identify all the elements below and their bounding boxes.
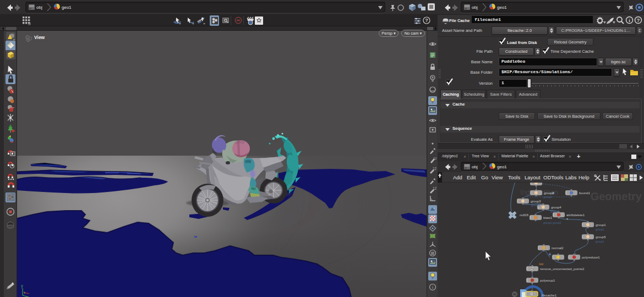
svg-text:?: ? xyxy=(425,18,428,23)
svg-text:?: ? xyxy=(637,18,640,23)
svg-text:k: k xyxy=(24,292,25,295)
svg-text:i: i xyxy=(629,18,630,23)
svg-text:group1 group2: group1 group2 xyxy=(543,221,561,224)
svg-text:i: i xyxy=(432,285,434,290)
svg-text:group4: group4 xyxy=(550,210,559,213)
svg-text:group1: group1 xyxy=(596,228,604,231)
svg-text:blast1: blast1 xyxy=(543,216,553,219)
svg-text:group3: group3 xyxy=(531,204,540,207)
svg-text:null26: null26 xyxy=(520,213,529,217)
svg-text:group1: group1 xyxy=(596,223,606,227)
svg-text:filecache1: filecache1 xyxy=(542,294,557,297)
svg-text:group3: group3 xyxy=(531,200,541,203)
svg-text:12: 12 xyxy=(433,167,436,170)
svg-text:group1: group1 xyxy=(596,240,604,243)
svg-text:12: 12 xyxy=(433,157,436,160)
svg-text:group2: group2 xyxy=(543,195,552,199)
svg-text:attribdelete1: attribdelete1 xyxy=(566,213,585,217)
svg-text:polyreduce1: polyreduce1 xyxy=(582,256,600,259)
svg-text:remove_unconnected_points2: remove_unconnected_points2 xyxy=(540,267,585,271)
svg-text:12: 12 xyxy=(433,186,436,190)
svg-text:group4: group4 xyxy=(551,206,561,209)
svg-text:Add: Add xyxy=(539,263,544,266)
svg-text:normal2: normal2 xyxy=(552,246,564,250)
svg-text:Geometry: Geometry xyxy=(591,190,642,202)
svg-text:polysoup1: polysoup1 xyxy=(540,279,555,282)
svg-text:group5: group5 xyxy=(596,235,606,239)
svg-text:bound1: bound1 xyxy=(579,191,591,195)
svg-text:group2: group2 xyxy=(544,191,554,195)
svg-text:y: y xyxy=(21,284,23,288)
